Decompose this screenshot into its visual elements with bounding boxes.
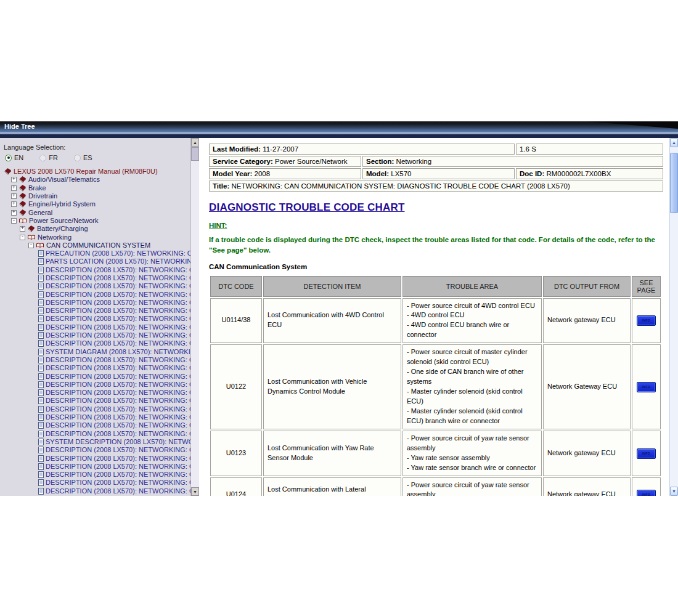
tree-item-leaf[interactable]: PARTS LOCATION (2008 LX570): NETWORKING:… — [0, 257, 199, 265]
tree-item-leaf[interactable]: DESCRIPTION (2008 LX570): NETWORKING: CA… — [0, 299, 199, 307]
tree-item-label[interactable]: Engine/Hybrid System — [28, 200, 96, 208]
tree-item-label[interactable]: DESCRIPTION (2008 LX570): NETWORKING: CA… — [46, 430, 199, 438]
collapse-minus-icon[interactable]: - — [11, 218, 17, 224]
tree-item-leaf[interactable]: SYSTEM DESCRIPTION (2008 LX570): NETWORK… — [0, 438, 199, 446]
tree-item-leaf[interactable]: DESCRIPTION (2008 LX570): NETWORKING: CA… — [0, 364, 199, 372]
tree-item-branch[interactable]: +Brake — [0, 184, 199, 192]
tree-item-label[interactable]: Battery/Charging — [37, 225, 88, 233]
tree-item-leaf[interactable]: DESCRIPTION (2008 LX570): NETWORKING: CA… — [0, 397, 199, 405]
tree-item-label[interactable]: DESCRIPTION (2008 LX570): NETWORKING: CA… — [46, 381, 199, 389]
tree-item-leaf[interactable]: SYSTEM DIAGRAM (2008 LX570): NETWORKING:… — [0, 348, 199, 356]
see-page-info-button[interactable]: INFO — [637, 490, 656, 496]
expand-plus-icon[interactable]: + — [20, 226, 25, 232]
tree-item-label[interactable]: Drivetrain — [28, 192, 57, 200]
tree-item-label[interactable]: DESCRIPTION (2008 LX570): NETWORKING: CA… — [46, 455, 199, 463]
tree-item-leaf[interactable]: DESCRIPTION (2008 LX570): NETWORKING: CA… — [0, 290, 199, 298]
tree-item-leaf[interactable]: DESCRIPTION (2008 LX570): NETWORKING: CA… — [0, 413, 199, 421]
tree-item-label[interactable]: DESCRIPTION (2008 LX570): NETWORKING: CA… — [46, 266, 199, 274]
content-scroll-thumb[interactable] — [670, 153, 678, 213]
tree-item-label[interactable]: DESCRIPTION (2008 LX570): NETWORKING: CA… — [46, 487, 199, 495]
radio-selected-icon[interactable] — [5, 155, 12, 161]
expand-plus-icon[interactable]: + — [11, 193, 17, 199]
tree-item-label[interactable]: PARTS LOCATION (2008 LX570): NETWORKING:… — [46, 257, 199, 265]
tree-item-label[interactable]: DESCRIPTION (2008 LX570): NETWORKING: CA… — [46, 339, 199, 347]
tree-item-branch[interactable]: +General — [0, 208, 199, 216]
tree-item-leaf[interactable]: DESCRIPTION (2008 LX570): NETWORKING: CA… — [0, 266, 199, 274]
tree-item-leaf[interactable]: DESCRIPTION (2008 LX570): NETWORKING: CA… — [0, 471, 199, 479]
language-radio-en[interactable]: EN — [5, 154, 23, 161]
tree-item-label[interactable]: DESCRIPTION (2008 LX570): NETWORKING: CA… — [46, 356, 199, 364]
tree-item-label[interactable]: DESCRIPTION (2008 LX570): NETWORKING: CA… — [46, 446, 199, 454]
tree-scroll-thumb[interactable] — [191, 147, 199, 161]
see-page-info-button[interactable]: INFO — [637, 382, 656, 392]
tree-item-label[interactable]: DESCRIPTION (2008 LX570): NETWORKING: CA… — [46, 323, 199, 331]
tree-item-label[interactable]: DESCRIPTION (2008 LX570): NETWORKING: CA… — [46, 405, 199, 413]
expand-plus-icon[interactable]: + — [11, 177, 17, 182]
tree-item-branch[interactable]: -CAN COMMUNICATION SYSTEM — [0, 241, 199, 249]
tree-item-label[interactable]: DESCRIPTION (2008 LX570): NETWORKING: CA… — [46, 274, 199, 282]
content-scroll-up-icon[interactable]: ▲ — [670, 138, 678, 147]
tree-item-label[interactable]: DESCRIPTION (2008 LX570): NETWORKING: CA… — [46, 364, 199, 372]
tree-item-label[interactable]: DESCRIPTION (2008 LX570): NETWORKING: CA… — [46, 397, 199, 405]
tree-item-label[interactable]: SYSTEM DIAGRAM (2008 LX570): NETWORKING:… — [46, 348, 199, 356]
tree-item-leaf[interactable]: DESCRIPTION (2008 LX570): NETWORKING: CA… — [0, 307, 199, 315]
tree-item-branch[interactable]: -Networking — [0, 233, 199, 241]
expand-plus-icon[interactable]: + — [11, 201, 17, 207]
tree-item-label[interactable]: DESCRIPTION (2008 LX570): NETWORKING: CA… — [46, 299, 199, 307]
tree-scrollbar[interactable]: ▲ ▼ — [190, 138, 199, 496]
tree-item-label[interactable]: DESCRIPTION (2008 LX570): NETWORKING: CA… — [46, 421, 199, 429]
tree-item-label[interactable]: General — [28, 209, 52, 217]
tree-item-leaf[interactable]: DESCRIPTION (2008 LX570): NETWORKING: CA… — [0, 463, 199, 471]
see-page-info-button[interactable]: INFO — [637, 448, 656, 459]
tree-item-leaf[interactable]: DESCRIPTION (2008 LX570): NETWORKING: CA… — [0, 356, 199, 364]
tree-item-label[interactable]: CAN COMMUNICATION SYSTEM — [46, 241, 150, 249]
see-page-info-button[interactable]: INFO — [637, 315, 656, 326]
tree-item-label[interactable]: SYSTEM DESCRIPTION (2008 LX570): NETWORK… — [46, 438, 199, 446]
tree-item-branch[interactable]: +Engine/Hybrid System — [0, 200, 199, 208]
tree-item-leaf[interactable]: DESCRIPTION (2008 LX570): NETWORKING: CA… — [0, 315, 199, 323]
tree-item-leaf[interactable]: DESCRIPTION (2008 LX570): NETWORKING: CA… — [0, 487, 199, 495]
tree-item-label[interactable]: DESCRIPTION (2008 LX570): NETWORKING: CA… — [46, 373, 199, 381]
tree-item-leaf[interactable]: PRECAUTION (2008 LX570): NETWORKING: CAN… — [0, 249, 199, 257]
tree-item-branch[interactable]: -Power Source/Network — [0, 217, 199, 225]
collapse-minus-icon[interactable]: - — [20, 235, 25, 240]
tree-item-label[interactable]: LEXUS 2008 LX570 Repair Manual (RM08F0U) — [14, 168, 158, 176]
tree-item-label[interactable]: DESCRIPTION (2008 LX570): NETWORKING: CA… — [46, 471, 199, 479]
tree-item-label[interactable]: Brake — [28, 184, 46, 192]
hide-tree-label[interactable]: Hide Tree — [4, 123, 35, 130]
tree-item-leaf[interactable]: DESCRIPTION (2008 LX570): NETWORKING: CA… — [0, 274, 199, 282]
tree-item-leaf[interactable]: DESCRIPTION (2008 LX570): NETWORKING: CA… — [0, 323, 199, 331]
tree-item-leaf[interactable]: DESCRIPTION (2008 LX570): NETWORKING: CA… — [0, 446, 199, 454]
hide-tree-bar[interactable]: Hide Tree — [0, 121, 678, 132]
tree-item-branch[interactable]: +Battery/Charging — [0, 225, 199, 233]
tree-item-leaf[interactable]: DESCRIPTION (2008 LX570): NETWORKING: CA… — [0, 405, 199, 413]
tree-item-label[interactable]: Power Source/Network — [29, 217, 99, 225]
tree-item-label[interactable]: DESCRIPTION (2008 LX570): NETWORKING: CA… — [46, 331, 199, 339]
tree-item-leaf[interactable]: DESCRIPTION (2008 LX570): NETWORKING: CA… — [0, 282, 199, 290]
tree-item-leaf[interactable]: DESCRIPTION (2008 LX570): NETWORKING: CA… — [0, 339, 199, 347]
tree-item-label[interactable]: Networking — [38, 233, 71, 241]
tree-item-label[interactable]: DESCRIPTION (2008 LX570): NETWORKING: CA… — [46, 282, 199, 290]
tree-scroll-up-icon[interactable]: ▲ — [191, 138, 199, 147]
radio-icon[interactable] — [74, 155, 81, 161]
tree-item-root[interactable]: LEXUS 2008 LX570 Repair Manual (RM08F0U) — [0, 168, 199, 176]
tree-item-leaf[interactable]: DESCRIPTION (2008 LX570): NETWORKING: CA… — [0, 381, 199, 389]
tree-item-leaf[interactable]: DESCRIPTION (2008 LX570): NETWORKING: CA… — [0, 389, 199, 397]
tree-item-label[interactable]: DESCRIPTION (2008 LX570): NETWORKING: CA… — [46, 463, 199, 471]
tree-item-label[interactable]: DESCRIPTION (2008 LX570): NETWORKING: CA… — [46, 413, 199, 421]
language-radio-es[interactable]: ES — [74, 154, 92, 161]
tree-item-label[interactable]: PRECAUTION (2008 LX570): NETWORKING: CAN… — [46, 249, 199, 257]
tree-item-leaf[interactable]: DESCRIPTION (2008 LX570): NETWORKING: CA… — [0, 454, 199, 462]
content-scroll-down-icon[interactable]: ▼ — [670, 487, 678, 496]
tree-item-leaf[interactable]: DESCRIPTION (2008 LX570): NETWORKING: CA… — [0, 430, 199, 438]
tree-item-branch[interactable]: +Audio/Visual/Telematics — [0, 176, 199, 184]
tree-item-label[interactable]: DESCRIPTION (2008 LX570): NETWORKING: CA… — [46, 479, 199, 487]
collapse-minus-icon[interactable]: - — [28, 243, 34, 248]
tree-item-leaf[interactable]: DESCRIPTION (2008 LX570): NETWORKING: CA… — [0, 479, 199, 487]
tree-item-leaf[interactable]: DESCRIPTION (2008 LX570): NETWORKING: CA… — [0, 421, 199, 429]
tree-item-label[interactable]: DESCRIPTION (2008 LX570): NETWORKING: CA… — [46, 389, 199, 397]
expand-plus-icon[interactable]: + — [11, 185, 17, 191]
language-radio-fr[interactable]: FR — [39, 154, 58, 161]
tree-item-leaf[interactable]: DESCRIPTION (2008 LX570): NETWORKING: CA… — [0, 372, 199, 380]
tree-item-label[interactable]: Audio/Visual/Telematics — [28, 176, 100, 184]
